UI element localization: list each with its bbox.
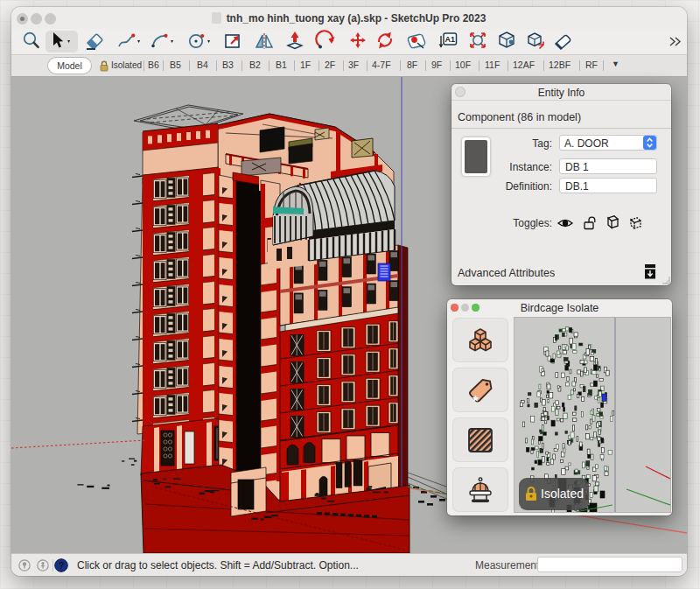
svg-text:A1: A1 <box>444 35 455 44</box>
svg-text:?: ? <box>59 560 65 571</box>
